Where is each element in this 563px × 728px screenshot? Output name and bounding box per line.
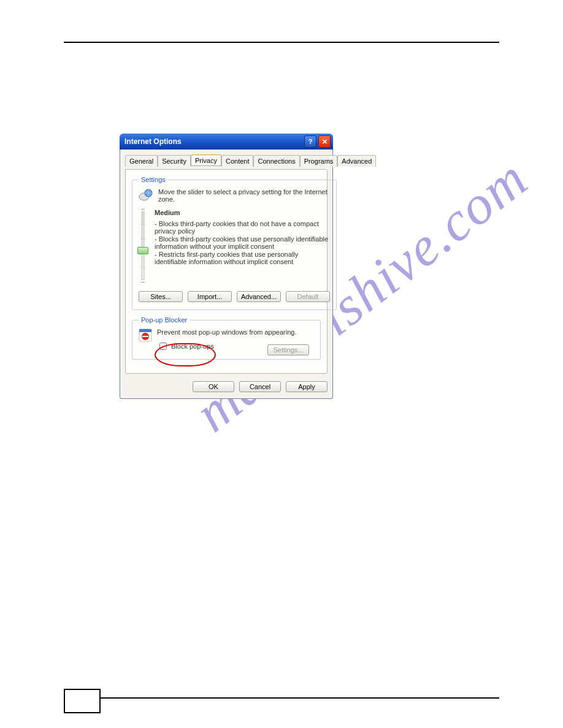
block-popups-checkbox[interactable] (159, 343, 167, 350)
bullet-1: - Blocks third-party cookies that do not… (155, 220, 330, 235)
popup-settings-button: Settings... (267, 344, 309, 355)
tab-security[interactable]: Security (158, 155, 191, 167)
settings-intro-row: Move the slider to select a privacy sett… (139, 188, 330, 203)
tab-advanced[interactable]: Advanced (337, 155, 376, 167)
popup-blocker-group: Pop-up Blocker Prevent most pop-up windo… (132, 316, 321, 360)
advanced-button[interactable]: Advanced... (237, 291, 281, 302)
internet-options-dialog: Internet Options ? ✕ General Security Pr… (120, 134, 333, 399)
privacy-slider[interactable] (139, 209, 147, 282)
titlebar: Internet Options ? ✕ (120, 134, 333, 150)
svg-rect-5 (142, 336, 148, 337)
ok-button[interactable]: OK (193, 381, 234, 392)
sites-button[interactable]: Sites... (139, 291, 183, 302)
block-icon (139, 328, 152, 342)
popup-intro: Prevent most pop-up windows from appeari… (157, 328, 296, 336)
tab-content: Settings Move the slider to select a pri… (125, 169, 327, 374)
dialog-body: General Security Privacy Content Connect… (120, 150, 333, 399)
help-button[interactable]: ? (304, 135, 316, 148)
bullet-3: - Restricts first-party cookies that use… (155, 251, 330, 265)
bottom-rule (64, 697, 499, 699)
slider-row: Medium - Blocks third-party cookies that… (139, 209, 330, 282)
page-number-box (64, 689, 101, 713)
default-button: Default (286, 291, 330, 302)
block-popups-label: Block pop-ups (171, 343, 214, 350)
import-button[interactable]: Import... (188, 291, 232, 302)
popup-legend: Pop-up Blocker (139, 316, 190, 324)
popup-right: Prevent most pop-up windows from appeari… (157, 328, 314, 352)
page-footer (64, 697, 499, 699)
tab-connections[interactable]: Connections (253, 155, 299, 167)
top-rule (64, 42, 499, 43)
tabstrip: General Security Privacy Content Connect… (125, 154, 327, 166)
slider-thumb-icon[interactable] (137, 247, 148, 254)
privacy-level: Medium (155, 209, 330, 216)
settings-group: Settings Move the slider to select a pri… (132, 176, 337, 310)
settings-button-row: Sites... Import... Advanced... Default (139, 291, 330, 302)
apply-button[interactable]: Apply (286, 381, 327, 392)
slider-description: Medium - Blocks third-party cookies that… (155, 209, 330, 282)
settings-legend: Settings (139, 176, 168, 183)
close-button[interactable]: ✕ (318, 135, 331, 148)
settings-intro: Move the slider to select a privacy sett… (158, 188, 330, 203)
popup-row: Prevent most pop-up windows from appeari… (139, 328, 314, 352)
svg-rect-3 (139, 329, 151, 332)
window-title: Internet Options (124, 137, 302, 146)
globe-icon (139, 188, 153, 202)
tab-general[interactable]: General (125, 155, 158, 167)
tab-content[interactable]: Content (221, 155, 254, 167)
tab-privacy[interactable]: Privacy (191, 154, 221, 166)
bullet-2: - Blocks third-party cookies that use pe… (155, 235, 330, 250)
cancel-button[interactable]: Cancel (239, 381, 281, 392)
dialog-bottom-buttons: OK Cancel Apply (125, 381, 327, 392)
tab-programs[interactable]: Programs (300, 155, 338, 167)
